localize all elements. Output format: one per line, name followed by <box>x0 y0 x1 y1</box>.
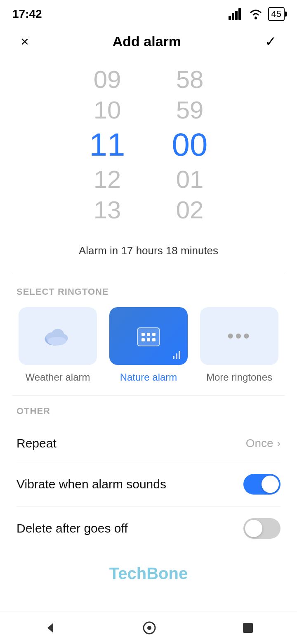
svg-rect-1 <box>232 13 234 20</box>
svg-rect-10 <box>137 328 160 346</box>
svg-rect-0 <box>229 16 231 20</box>
repeat-current-value: Once <box>246 437 273 450</box>
repeat-chevron-icon: › <box>277 437 280 450</box>
ringtone-section: SELECT RINGTONE Weather alarm <box>0 274 297 395</box>
hour-10: 10 <box>82 97 132 124</box>
delete-toggle-thumb <box>245 520 262 537</box>
ringtone-cards: Weather alarm <box>16 307 280 391</box>
nav-bar <box>0 611 297 644</box>
svg-rect-16 <box>147 338 150 341</box>
delete-label: Delete after goes off <box>16 521 128 535</box>
hour-09: 09 <box>82 66 132 93</box>
signal-icon <box>229 8 243 20</box>
svg-rect-17 <box>152 338 156 341</box>
status-bar: 17:42 45 <box>0 0 297 25</box>
home-icon <box>141 620 158 636</box>
close-button[interactable]: × <box>16 29 33 54</box>
hour-12: 12 <box>82 166 132 193</box>
cloud-icon <box>43 324 72 348</box>
weather-alarm-icon-box <box>19 307 97 365</box>
minute-02: 02 <box>165 197 214 224</box>
more-dots-icon: ••• <box>227 326 251 346</box>
more-ringtones-icon-box: ••• <box>200 307 278 365</box>
minute-59: 59 <box>165 97 214 124</box>
confirm-button[interactable]: ✓ <box>261 29 280 54</box>
svg-rect-12 <box>141 333 145 336</box>
ringtone-card-weather[interactable]: Weather alarm <box>16 307 99 383</box>
repeat-label: Repeat <box>16 436 57 450</box>
status-time: 17:42 <box>12 7 42 21</box>
weather-alarm-label: Weather alarm <box>26 372 90 383</box>
wifi-icon <box>248 8 263 20</box>
other-section: OTHER Repeat Once › Vibrate when alarm s… <box>0 396 297 560</box>
minute-00-selected: 00 <box>165 127 214 163</box>
hour-13: 13 <box>82 197 132 224</box>
time-picker: 09 10 11 12 13 58 59 00 01 02 <box>0 58 297 236</box>
vibrate-label: Vibrate when alarm sounds <box>16 477 166 491</box>
repeat-row[interactable]: Repeat Once › <box>16 425 280 462</box>
svg-point-9 <box>48 337 67 346</box>
header: × Add alarm ✓ <box>0 25 297 58</box>
nature-alarm-icon-box <box>109 307 188 365</box>
svg-rect-3 <box>238 8 241 20</box>
ringtone-card-more[interactable]: ••• More ringtones <box>198 307 280 383</box>
more-ringtones-label: More ringtones <box>206 372 272 383</box>
vibrate-toggle[interactable] <box>243 474 280 495</box>
svg-marker-18 <box>47 623 53 633</box>
svg-rect-14 <box>152 333 156 336</box>
ringtone-card-nature[interactable]: Nature alarm <box>107 307 190 383</box>
minute-58: 58 <box>165 66 214 93</box>
home-button[interactable] <box>141 620 158 636</box>
hour-11-selected: 11 <box>82 127 132 163</box>
svg-point-20 <box>147 626 151 630</box>
battery-level: 45 <box>271 9 281 19</box>
repeat-value: Once › <box>246 437 280 450</box>
page-title: Add alarm <box>113 33 181 50</box>
alarm-info: Alarm in 17 hours 18 minutes <box>0 236 297 274</box>
svg-rect-13 <box>147 333 150 336</box>
hour-column[interactable]: 09 10 11 12 13 <box>82 66 132 224</box>
svg-point-4 <box>255 17 257 19</box>
other-section-label: OTHER <box>16 406 280 417</box>
svg-rect-15 <box>141 338 145 341</box>
svg-rect-2 <box>235 11 238 20</box>
minute-01: 01 <box>165 166 214 193</box>
delete-toggle[interactable] <box>243 518 280 539</box>
nature-alarm-icon <box>134 324 163 348</box>
recent-icon <box>240 620 255 635</box>
recent-button[interactable] <box>240 620 255 635</box>
back-button[interactable] <box>42 620 58 636</box>
delete-row: Delete after goes off <box>16 507 280 550</box>
vibrate-toggle-thumb <box>262 476 279 493</box>
svg-rect-21 <box>243 623 253 633</box>
battery-icon: 45 <box>268 7 285 21</box>
ringtone-section-label: SELECT RINGTONE <box>16 286 280 297</box>
back-icon <box>42 620 58 636</box>
minute-column[interactable]: 58 59 00 01 02 <box>165 66 214 224</box>
watermark: TechBone <box>0 560 297 591</box>
vibrate-row: Vibrate when alarm sounds <box>16 462 280 507</box>
nature-alarm-label: Nature alarm <box>120 372 177 383</box>
status-icons: 45 <box>229 7 285 21</box>
